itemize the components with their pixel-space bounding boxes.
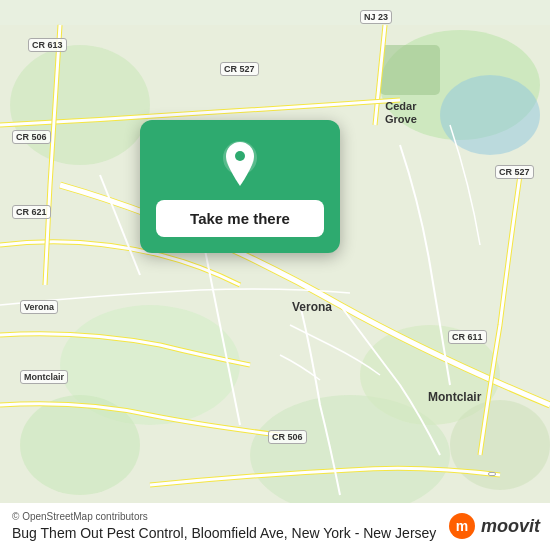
svg-point-14 — [235, 151, 245, 161]
label-cr527-top: CR 527 — [220, 62, 259, 76]
label-montclair: Montclair — [428, 390, 481, 404]
label-cr613-top: CR 613 — [28, 38, 67, 52]
label-cedar-grove: CedarGrove — [385, 100, 417, 126]
label-cr621-top: CR 527 — [495, 165, 534, 179]
svg-point-1 — [10, 45, 150, 165]
label-cr636: CR 506 — [268, 430, 307, 444]
label-cr506-bot — [488, 472, 496, 476]
svg-rect-3 — [380, 45, 440, 95]
map-background — [0, 0, 550, 550]
moovit-logo-icon: m — [447, 512, 477, 540]
bottom-bar: © OpenStreetMap contributors Bug Them Ou… — [0, 503, 550, 550]
label-cr506-left: CR 621 — [12, 205, 51, 219]
label-cr527-bot: Verona — [20, 300, 58, 314]
svg-text:m: m — [456, 518, 468, 534]
svg-point-9 — [450, 400, 550, 490]
map-container: CR 613 NJ 23 CR 527 CedarGrove CR 506 CR… — [0, 0, 550, 550]
moovit-logo: m moovit — [447, 512, 540, 540]
label-cr611: Montclair — [20, 370, 68, 384]
location-pin-icon — [220, 140, 260, 188]
location-text: Bug Them Out Pest Control, Bloomfield Av… — [12, 524, 436, 542]
moovit-logo-text: moovit — [481, 516, 540, 537]
label-nj23: NJ 23 — [360, 10, 392, 24]
label-cr621-mid: CR 611 — [448, 330, 487, 344]
take-me-there-button[interactable]: Take me there — [156, 200, 324, 237]
popup-card: Take me there — [140, 120, 340, 253]
label-cr613-mid: CR 506 — [12, 130, 51, 144]
label-verona: Verona — [292, 300, 332, 314]
